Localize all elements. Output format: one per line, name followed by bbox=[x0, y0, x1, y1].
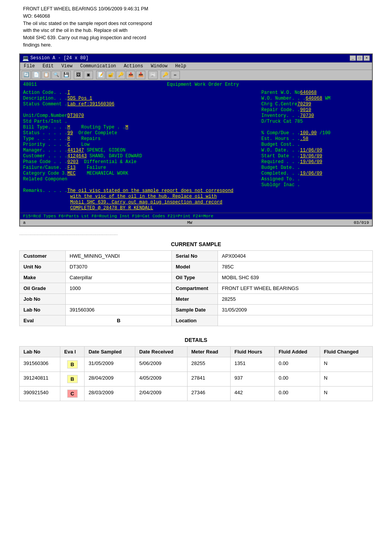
meter-value: 28255 bbox=[218, 293, 373, 304]
titlebar-left: 💻 Session A - [24 x 80] bbox=[22, 55, 88, 62]
inventory-row: Inventory. . . 70730 bbox=[261, 113, 369, 118]
row-date-received: 5/06/2009 bbox=[135, 357, 187, 372]
terminal-id: 48011 bbox=[23, 82, 37, 87]
footer-text: F15=Rcd Types F6=Parts Lst F8=Routing In… bbox=[23, 214, 213, 218]
details-row: 391240811 B 28/04/2009 4/05/2009 27841 9… bbox=[20, 372, 373, 386]
row-fluid-added: 0.00 bbox=[274, 372, 320, 386]
table-row: Eval B Location bbox=[20, 315, 373, 326]
status-order-row: Status . . . . . 99 Order Complete bbox=[23, 130, 257, 136]
toolbar-btn-10[interactable]: 🔑 bbox=[116, 71, 125, 79]
std-parts-row: Std Parts/Inst . bbox=[23, 119, 257, 124]
row-lab-no: 390921540 bbox=[20, 386, 60, 401]
row-fluid-hours: 937 bbox=[230, 372, 274, 386]
row-eval: C bbox=[60, 386, 85, 401]
table-row: Make Caterpillar Oil Type MOBIL SHC 639 bbox=[20, 272, 373, 283]
sample-date-value: 31/05/2009 bbox=[218, 304, 373, 315]
col-eval: Eva l bbox=[60, 346, 85, 357]
est-hours-row: Est. Hours . . .58 bbox=[261, 136, 369, 142]
related-row: Related Componen bbox=[23, 177, 257, 182]
remarks-row1: Remarks. . . . . The oil visc stated on … bbox=[23, 188, 257, 193]
pct-comp-row: % Comp/Due . . 100.00 / 100 bbox=[261, 130, 369, 136]
unit-no-label: Unit No bbox=[20, 261, 66, 272]
toolbar-btn-5[interactable]: 💾 bbox=[61, 71, 71, 79]
toolbar-btn-2[interactable]: 📄 bbox=[32, 71, 41, 79]
maximize-button[interactable]: □ bbox=[357, 55, 363, 61]
toolbar-btn-12[interactable]: 📥 bbox=[136, 71, 145, 79]
menu-file[interactable]: File bbox=[20, 63, 39, 70]
priority-low-row: Priority . . . . C Low bbox=[23, 142, 257, 147]
minimize-button[interactable]: _ bbox=[350, 55, 356, 61]
blank-row-2 bbox=[23, 182, 257, 188]
details-section: DETAILS Lab No Eva l Date Sampled Date R… bbox=[19, 334, 373, 401]
menu-actions[interactable]: Actions bbox=[120, 63, 147, 70]
menu-communication[interactable]: Communication bbox=[76, 63, 120, 70]
menu-view[interactable]: View bbox=[58, 63, 76, 70]
toolbar-btn-7[interactable]: ▣ bbox=[84, 71, 93, 79]
toolbar-btn-1[interactable]: 🔄 bbox=[22, 71, 31, 79]
terminal-menubar: File Edit View Communication Actions Win… bbox=[20, 63, 372, 70]
current-sample-table: Customer HWE_MINING_YANDI Serial No APX0… bbox=[19, 250, 373, 326]
make-label: Make bbox=[20, 272, 66, 283]
meter-label: Meter bbox=[172, 293, 218, 304]
desc-line5: Mobil SHC 639. Carry out mag plug inspec… bbox=[23, 34, 369, 42]
job-no-label: Job No bbox=[20, 293, 66, 304]
status-center: MW bbox=[187, 220, 192, 225]
desc-line6: findings here. bbox=[23, 42, 369, 49]
status-right: 03/019 bbox=[354, 220, 369, 225]
desc-line1: FRONT LEFT WHEEL BEARINGS 10/06/2009 9:4… bbox=[23, 5, 369, 13]
screen-title: Equipment Work Order Entry bbox=[37, 82, 369, 87]
serial-no-value: APX00404 bbox=[218, 250, 373, 261]
job-no-value bbox=[66, 293, 172, 304]
toolbar-btn-3[interactable]: 📋 bbox=[42, 71, 51, 79]
eval-value: B bbox=[66, 315, 172, 326]
toolbar-btn-edit[interactable]: ✏ bbox=[171, 71, 180, 79]
repair-code-row: Repair Code. . 9010 bbox=[261, 107, 369, 113]
toolbar-btn-8[interactable]: 📝 bbox=[96, 71, 105, 79]
terminal-title: Session A - [24 x 80] bbox=[30, 55, 88, 61]
desc-line4: with the visc of the oil in the hub. Rep… bbox=[23, 27, 369, 34]
toolbar-btn-6[interactable]: 🖼 bbox=[74, 71, 83, 79]
lab-no-label: Lab No bbox=[20, 304, 66, 315]
manager-row: Manager. . . . . 441347 SPENCE, GIDEON bbox=[23, 148, 257, 153]
row-date-sampled: 28/04/2009 bbox=[85, 372, 135, 386]
row-meter-read: 28255 bbox=[187, 357, 230, 372]
required-row: Required . . . 19/06/09 bbox=[261, 159, 369, 165]
subldgr-row: Subldgr Inac . bbox=[261, 182, 369, 188]
toolbar-btn-4[interactable]: 🔍 bbox=[51, 71, 61, 79]
blank-row-r1 bbox=[261, 125, 369, 130]
remarks-row3: Mobil SHC 639. Carry out mag plug inspec… bbox=[23, 200, 257, 205]
row-fluid-added: 0.00 bbox=[274, 386, 320, 401]
close-button[interactable]: × bbox=[364, 55, 370, 61]
toolbar-btn-11[interactable]: 📤 bbox=[126, 71, 135, 79]
oil-grade-label: Oil Grade bbox=[20, 283, 66, 293]
menu-window[interactable]: Window bbox=[147, 63, 171, 70]
row-date-received: 4/05/2009 bbox=[135, 372, 187, 386]
col-lab-no: Lab No bbox=[20, 346, 60, 357]
oil-type-label: Oil Type bbox=[172, 272, 218, 283]
col-date-sampled: Date Sampled bbox=[85, 346, 135, 357]
terminal-content[interactable]: 48011 Equipment Work Order Entry Action … bbox=[20, 80, 372, 213]
row-date-sampled: 28/03/2009 bbox=[85, 386, 135, 401]
customer-row: Customer . . . . 4124643 SHAND, DAVID ED… bbox=[23, 153, 257, 159]
failure-row: Failure/Cause. . F13 Failure bbox=[23, 165, 257, 170]
menu-edit[interactable]: Edit bbox=[39, 63, 58, 70]
col-fluid-changed: Fluid Changed bbox=[320, 346, 372, 357]
toolbar-btn-13[interactable]: 📰 bbox=[148, 71, 158, 79]
row-fluid-added: 0.00 bbox=[274, 357, 320, 372]
terminal-footer: F15=Rcd Types F6=Parts Lst F8=Routing In… bbox=[20, 213, 372, 219]
type-repairs-row: Type . . . . . . R Repairs bbox=[23, 136, 257, 142]
toolbar-btn-key[interactable]: 🔑 bbox=[161, 71, 170, 79]
toolbar-btn-9[interactable]: 🔐 bbox=[106, 71, 115, 79]
serial-no-label: Serial No bbox=[172, 250, 218, 261]
row-fluid-hours: 1351 bbox=[230, 357, 274, 372]
details-table: Lab No Eva l Date Sampled Date Received … bbox=[19, 346, 373, 401]
unit-no-value: DT3070 bbox=[66, 261, 172, 272]
row-fluid-changed: N bbox=[320, 357, 372, 372]
table-row: Job No Meter 28255 bbox=[20, 293, 373, 304]
location-value bbox=[218, 315, 373, 326]
menu-help[interactable]: Help bbox=[171, 63, 190, 70]
row-eval: B bbox=[60, 372, 85, 386]
assigned-row: Assigned To. . bbox=[261, 177, 369, 182]
compartment-label: Compartment bbox=[172, 283, 218, 293]
wo-number-row: W.O. Number. . . 646068 WM bbox=[261, 96, 369, 101]
